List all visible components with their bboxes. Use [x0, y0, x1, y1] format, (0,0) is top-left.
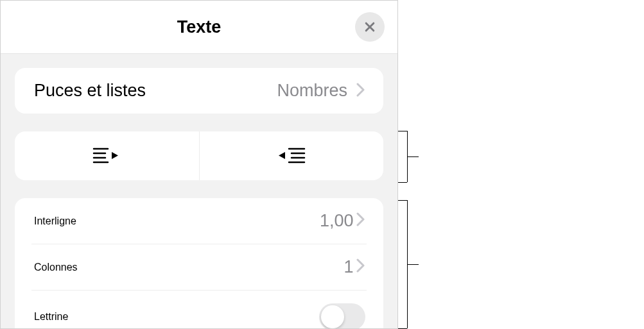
line-spacing-row[interactable]: Interligne 1,00: [31, 198, 367, 244]
bullets-card: Puces et listes Nombres: [15, 68, 383, 114]
spacing-card: Interligne 1,00 Colonnes 1 Let: [15, 198, 383, 329]
chevron-right-icon: [356, 83, 365, 99]
line-spacing-value: 1,00: [320, 211, 354, 230]
indent-icon: [276, 146, 307, 165]
bullets-value: Nombres: [277, 81, 347, 101]
chevron-right-icon: [356, 217, 365, 228]
indent-button[interactable]: [200, 131, 384, 180]
text-format-panel: Texte Puces et listes Nombres: [0, 0, 398, 329]
bullets-row[interactable]: Puces et listes Nombres: [15, 68, 383, 114]
close-icon: [363, 21, 376, 33]
panel-header: Texte: [1, 1, 397, 54]
indent-button-row: [15, 131, 383, 180]
panel-content: Puces et listes Nombres: [1, 54, 397, 328]
columns-row[interactable]: Colonnes 1: [31, 244, 367, 291]
panel-title: Texte: [177, 17, 222, 37]
outdent-icon: [91, 146, 122, 165]
bullets-label: Puces et listes: [34, 81, 146, 101]
chevron-right-icon: [356, 264, 365, 274]
dropcap-toggle[interactable]: [319, 303, 365, 329]
columns-label: Colonnes: [34, 262, 78, 273]
close-button[interactable]: [355, 12, 385, 42]
line-spacing-label: Interligne: [34, 215, 76, 227]
indent-card: [15, 131, 383, 180]
columns-value: 1: [344, 257, 354, 276]
dropcap-row: Lettrine: [31, 291, 367, 329]
dropcap-label: Lettrine: [34, 311, 68, 323]
outdent-button[interactable]: [15, 131, 200, 180]
